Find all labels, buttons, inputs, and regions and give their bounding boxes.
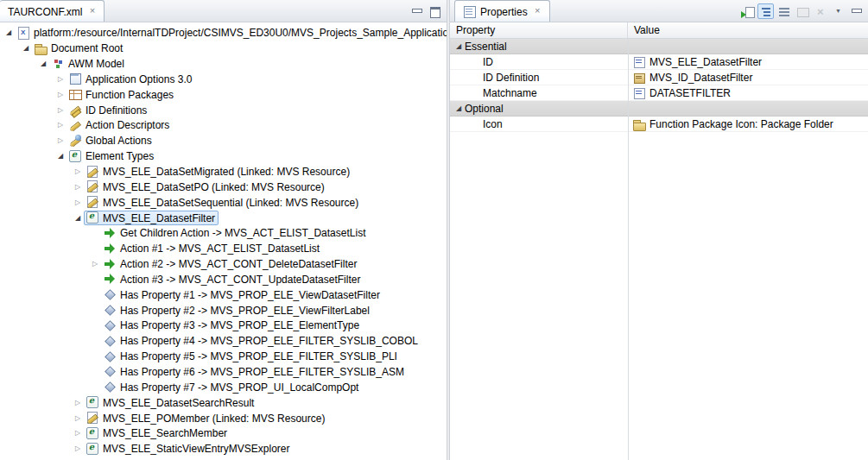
tree-row[interactable]: Has Property #1 -> MVS_PROP_ELE_ViewData… (0, 287, 447, 302)
tree-node[interactable]: Has Property #7 -> MVS_PROP_UI_LocalComp… (101, 380, 362, 394)
tree-row[interactable]: Has Property #4 -> MVS_PROP_ELE_FILTER_S… (0, 333, 447, 349)
tree-node[interactable]: Get Children Action -> MVS_ACT_ELIST_Dat… (101, 225, 369, 240)
tree-row[interactable]: ◢ AWM Model (0, 56, 447, 72)
tree-row[interactable]: ▷ Function Packages (0, 86, 447, 102)
expander-icon[interactable]: ▷ (72, 183, 84, 191)
close-icon[interactable] (86, 6, 98, 17)
tree-row[interactable]: ▷ Global Actions (0, 133, 447, 148)
expander-icon[interactable]: ▷ (54, 136, 67, 144)
tree-node[interactable]: platform:/resource/InternalTDProject/CSI… (15, 25, 447, 40)
pin-view-icon[interactable] (739, 3, 756, 19)
tree-row[interactable]: Has Property #5 -> MVS_PROP_ELE_FILTER_S… (0, 349, 447, 364)
tree-row[interactable]: ▷ MVS_ELE_DatasetSearchResult (0, 394, 447, 410)
expander-icon[interactable]: ◢ (54, 152, 67, 160)
tree-row[interactable]: ◢ MVS_ELE_DatasetFilter (0, 210, 447, 225)
tree-node[interactable]: Application Options 3.0 (67, 72, 195, 86)
value-text-icon (632, 55, 646, 69)
expander-icon[interactable]: ▷ (54, 91, 67, 98)
tree-node[interactable]: Has Property #5 -> MVS_PROP_ELE_FILTER_S… (101, 349, 401, 363)
maximize-icon[interactable] (428, 4, 442, 18)
tree-node[interactable]: MVS_ELE_DataSetMigrated (Linked: MVS Res… (84, 164, 353, 179)
tree-row[interactable]: ▷ MVS_ELE_DataSetMigrated (Linked: MVS R… (0, 164, 447, 180)
tree-row[interactable]: ◢ platform:/resource/InternalTDProject/C… (0, 25, 447, 41)
expander-icon[interactable]: ▷ (54, 75, 67, 83)
expander-icon[interactable]: ▷ (72, 399, 84, 406)
tree-row[interactable]: ◢ Document Root (0, 41, 447, 56)
tree-node[interactable]: Action Descriptors (67, 117, 173, 132)
expander-icon[interactable]: ◢ (72, 214, 84, 222)
tree-row[interactable]: ▷ MVS_ELE_POMember (Linked: MVS Resource… (0, 410, 447, 425)
show-categories-icon[interactable] (757, 3, 774, 19)
expander-icon[interactable]: ▷ (72, 444, 84, 452)
expander-icon[interactable]: ◢ (453, 42, 465, 50)
tree-node[interactable]: MVS_ELE_DataSetSequential (Linked: MVS R… (84, 195, 362, 210)
show-advanced-properties-icon[interactable] (776, 3, 792, 19)
tree-node[interactable]: Has Property #2 -> MVS_PROP_ELE_ViewFilt… (101, 303, 373, 318)
tree-node[interactable]: Has Property #4 -> MVS_PROP_ELE_FILTER_S… (101, 333, 421, 348)
tree-node[interactable]: Action #2 -> MVS_ACT_CONT_DeleteDatasetF… (101, 256, 360, 271)
tree-node[interactable]: Has Property #1 -> MVS_PROP_ELE_ViewData… (101, 287, 383, 302)
expander-icon[interactable]: ◢ (37, 60, 49, 67)
expander-icon[interactable]: ◢ (20, 44, 32, 52)
tree-row[interactable]: ▷ Action Descriptors (0, 117, 447, 133)
minimize-view-icon[interactable] (848, 3, 865, 19)
tree-node[interactable]: Document Root (32, 41, 126, 55)
property-row[interactable]: ID MVS_ELE_DatasetFilter (450, 54, 868, 70)
expander-icon[interactable]: ◢ (453, 104, 465, 112)
tree-row[interactable]: Has Property #2 -> MVS_PROP_ELE_ViewFilt… (0, 302, 447, 318)
expander-icon[interactable]: ▷ (72, 429, 84, 437)
expander-icon[interactable]: ▷ (54, 106, 67, 114)
view-menu-icon[interactable] (830, 3, 846, 19)
property-value-cell[interactable]: MVS_ID_DatasetFilter (628, 70, 868, 85)
tree-node[interactable]: MVS_ELE_DatasetSearchResult (84, 395, 257, 410)
tree-node[interactable]: MVS_ELE_DatasetFilter (84, 211, 219, 225)
tree-node[interactable]: MVS_ELE_StaticViewEntryMVSExplorer (84, 441, 294, 456)
tree-row[interactable]: ▷ MVS_ELE_DataSetPO (Linked: MVS Resourc… (0, 179, 447, 194)
tab-taurconf-xml[interactable]: TAURCONF.xml (0, 0, 105, 22)
property-category-row[interactable]: ◢ Essential (450, 39, 868, 54)
tree-node[interactable]: MVS_ELE_DataSetPO (Linked: MVS Resource) (84, 180, 328, 194)
tree-row[interactable]: ▷ MVS_ELE_DataSetSequential (Linked: MVS… (0, 194, 447, 210)
expander-icon[interactable]: ▷ (72, 198, 84, 206)
tree-node-label: Function Packages (86, 88, 174, 101)
tree-node[interactable]: Element Types (67, 148, 157, 163)
tree-row[interactable]: ▷ MVS_ELE_StaticViewEntryMVSExplorer (0, 441, 447, 457)
tree-row[interactable]: Action #1 -> MVS_ACT_ELIST_DatasetList (0, 241, 447, 256)
tree-node[interactable]: MVS_ELE_SearchMember (84, 425, 231, 440)
tree-row[interactable]: Get Children Action -> MVS_ACT_ELIST_Dat… (0, 225, 447, 241)
tree-row[interactable]: Action #3 -> MVS_ACT_CONT_UpdateDatasetF… (0, 272, 447, 287)
column-divider[interactable] (628, 39, 629, 460)
property-value-cell[interactable]: DATASETFILTER (628, 85, 868, 100)
property-row[interactable]: ID Definition MVS_ID_DatasetFilter (450, 70, 868, 85)
property-value-cell[interactable]: Function Package Icon: Package Folder (628, 117, 868, 131)
expander-icon[interactable]: ▷ (72, 414, 84, 422)
expander-icon[interactable]: ▷ (89, 260, 101, 268)
tree-row[interactable]: ▷ Application Options 3.0 (0, 72, 447, 87)
tree-node[interactable]: Global Actions (67, 133, 155, 148)
tree-node[interactable]: ID Definitions (67, 103, 150, 117)
expander-icon[interactable]: ◢ (3, 28, 15, 36)
tree-row[interactable]: ▷ MVS_ELE_SearchMember (0, 425, 447, 441)
tree-row[interactable]: Has Property #3 -> MVS_PROP_ELE_ElementT… (0, 318, 447, 333)
tree-node[interactable]: Action #3 -> MVS_ACT_CONT_UpdateDatasetF… (101, 272, 364, 287)
tree-node[interactable]: MVS_ELE_POMember (Linked: MVS Resource) (84, 411, 328, 425)
property-category-row[interactable]: ◢ Optional (450, 101, 868, 117)
tree-row[interactable]: ◢ Element Types (0, 148, 447, 164)
close-icon[interactable] (532, 6, 543, 17)
tab-properties[interactable]: Properties (454, 0, 550, 22)
tree-node[interactable]: Function Packages (67, 87, 177, 102)
property-value-cell[interactable]: MVS_ELE_DatasetFilter (628, 54, 868, 69)
tree-row[interactable]: ▷ ID Definitions (0, 102, 447, 117)
expander-icon[interactable]: ▷ (54, 121, 67, 129)
property-row[interactable]: Matchname DATASETFILTER (450, 85, 868, 101)
tree-row[interactable]: ▷ Action #2 -> MVS_ACT_CONT_DeleteDatase… (0, 256, 447, 272)
property-row[interactable]: Icon Function Package Icon: Package Fold… (450, 117, 868, 132)
tree-row[interactable]: Has Property #6 -> MVS_PROP_ELE_FILTER_S… (0, 364, 447, 380)
tree-node[interactable]: Action #1 -> MVS_ACT_ELIST_DatasetList (101, 241, 323, 255)
tree-row[interactable]: Has Property #7 -> MVS_PROP_UI_LocalComp… (0, 379, 447, 394)
tree-node[interactable]: AWM Model (49, 56, 128, 71)
tree-node[interactable]: Has Property #3 -> MVS_PROP_ELE_ElementT… (101, 318, 363, 332)
expander-icon[interactable]: ▷ (72, 167, 84, 175)
minimize-icon[interactable] (409, 4, 424, 18)
tree-node[interactable]: Has Property #6 -> MVS_PROP_ELE_FILTER_S… (101, 364, 408, 379)
